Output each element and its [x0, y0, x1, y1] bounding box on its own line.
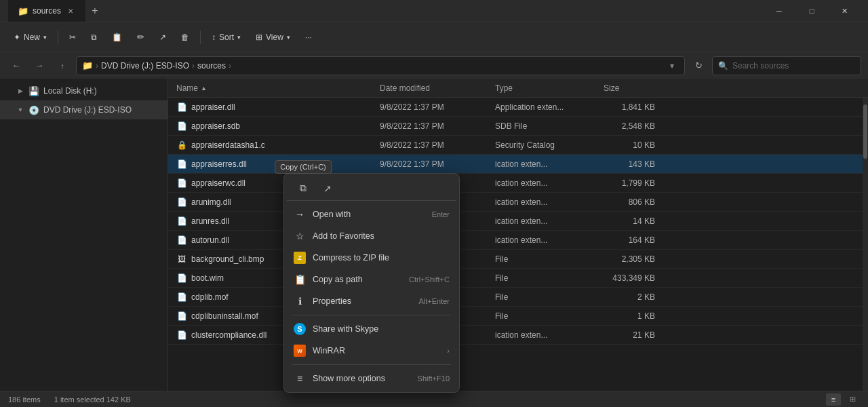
more-options-shortcut: Shift+F10 — [418, 374, 450, 383]
tab-label: sources — [33, 6, 61, 16]
copy-button[interactable]: ⧉ — [84, 26, 104, 48]
table-row[interactable]: 📄 appraiserwc.dll 9/8/2022 1:37 PM icati… — [168, 174, 868, 193]
ctx-share-button[interactable]: ↗ — [317, 179, 338, 198]
search-box[interactable]: 🔍 Search sources — [712, 56, 861, 75]
path-sources-label: sources — [197, 61, 226, 71]
file-icon: 📄 — [176, 102, 187, 113]
col-header-date[interactable]: Date modified — [372, 79, 487, 97]
favorites-label: Add to Favorites — [313, 231, 450, 241]
cut-icon: ✂ — [69, 33, 76, 42]
col-name-sort-icon: ▲ — [201, 85, 207, 92]
col-header-name[interactable]: Name ▲ — [168, 79, 372, 97]
skype-logo: S — [294, 323, 306, 335]
close-button[interactable]: ✕ — [829, 0, 860, 22]
address-path[interactable]: 📁 › DVD Drive (J:) ESD-ISO › sources › ▾ — [76, 56, 685, 75]
table-row[interactable]: 📄 boot.wim 9/8/2022 1:37 PM File 433,349… — [168, 269, 868, 288]
ctx-copy-icon: ⧉ — [300, 182, 307, 194]
ctx-copy-as-path[interactable]: 📋 Copy as path Ctrl+Shift+C — [287, 269, 456, 290]
sort-button[interactable]: ↕ Sort ▾ — [205, 26, 248, 48]
file-type: ication exten... — [487, 178, 595, 188]
grid-view-button[interactable]: ⊞ — [845, 393, 860, 406]
open-with-icon: → — [294, 208, 306, 220]
file-name: appraiserwc.dll — [191, 178, 245, 188]
view-button[interactable]: ⊞ View ▾ — [249, 26, 297, 48]
col-header-type[interactable]: Type — [487, 79, 595, 97]
table-row[interactable]: 📄 arunres.dll 9/8/2022 1:37 PM ication e… — [168, 212, 868, 231]
table-row[interactable]: 📄 appraiser.sdb 9/8/2022 1:37 PM SDB Fil… — [168, 117, 868, 136]
file-name: appraiser.dll — [191, 102, 235, 112]
table-row[interactable]: 📄 arunimg.dll 9/8/2022 1:37 PM ication e… — [168, 193, 868, 212]
ctx-share-skype[interactable]: S Share with Skype — [287, 318, 456, 340]
scrollbar-thumb[interactable] — [863, 104, 867, 159]
ctx-show-more-options[interactable]: ≡ Show more options Shift+F10 — [287, 368, 456, 389]
file-icon: 📄 — [176, 235, 187, 246]
file-date: 9/8/2022 1:37 PM — [372, 140, 487, 150]
sidebar-item-local-disk[interactable]: ▶ 💾 Local Disk (H:) — [0, 81, 167, 100]
dvd-label: DVD Drive (J:) ESD-ISO — [43, 105, 132, 115]
toolbar-separator-1 — [58, 31, 58, 44]
dvd-icon: 💿 — [28, 104, 39, 115]
more-button[interactable]: ··· — [298, 26, 319, 48]
sort-label: Sort — [219, 33, 234, 42]
table-row[interactable]: 📄 autorun.dll 9/8/2022 1:37 PM ication e… — [168, 231, 868, 250]
file-type: ication exten... — [487, 159, 595, 169]
share-button[interactable]: ↗ — [153, 26, 173, 48]
table-row[interactable]: 🔒 appraiserdatasha1.c 9/8/2022 1:37 PM S… — [168, 136, 868, 155]
favorites-icon: ☆ — [294, 230, 306, 242]
file-size: 1 KB — [595, 311, 663, 321]
ctx-properties[interactable]: ℹ Properties Alt+Enter — [287, 290, 456, 312]
view-dropdown-icon: ▾ — [287, 34, 290, 41]
path-sources-segment[interactable]: sources — [197, 61, 226, 71]
file-type: Security Catalog — [487, 140, 595, 150]
file-name: arunimg.dll — [191, 197, 231, 207]
file-size: 21 KB — [595, 330, 663, 340]
table-row[interactable]: 📄 clustercompliance.dll 9/8/2022 1:37 PM… — [168, 326, 868, 345]
col-date-label: Date modified — [380, 83, 430, 93]
forward-button[interactable]: → — [30, 56, 49, 75]
up-button[interactable]: ↑ — [53, 56, 72, 75]
path-dvd-segment[interactable]: DVD Drive (J:) ESD-ISO — [101, 61, 189, 71]
maximize-button[interactable]: □ — [796, 0, 827, 22]
tab-close-button[interactable]: ✕ — [65, 5, 76, 16]
more-icon: ··· — [305, 33, 312, 42]
table-row[interactable]: 📄 cdplibuninstall.mof 9/8/2022 1:37 PM F… — [168, 307, 868, 326]
sidebar-item-dvd[interactable]: ▼ 💿 DVD Drive (J:) ESD-ISO — [0, 100, 167, 119]
path-dropdown-icon[interactable]: ▾ — [665, 59, 679, 73]
new-label: New — [24, 33, 40, 42]
tab-area: 📁 sources ✕ + — [8, 0, 104, 22]
list-view-button[interactable]: ≡ — [826, 393, 841, 406]
back-button[interactable]: ← — [7, 56, 26, 75]
ctx-winrar[interactable]: W WinRAR › — [287, 340, 456, 362]
new-tab-button[interactable]: + — [85, 1, 104, 20]
table-row[interactable]: 📄 appraiserres.dll 9/8/2022 1:37 PM icat… — [168, 155, 868, 174]
more-options-icon: ≡ — [294, 372, 306, 385]
tab-icon: 📁 — [18, 6, 28, 16]
tab-sources[interactable]: 📁 sources ✕ — [8, 0, 85, 22]
minimize-button[interactable]: ─ — [764, 0, 795, 22]
compress-label: Compress to ZIP file — [313, 253, 450, 263]
paste-button[interactable]: 📋 — [105, 26, 129, 48]
rename-button[interactable]: ✏ — [130, 26, 151, 48]
delete-button[interactable]: 🗑 — [174, 26, 196, 48]
table-row[interactable]: 📄 cdplib.mof 9/8/2022 1:37 PM File 2 KB — [168, 288, 868, 307]
file-name: arunres.dll — [191, 216, 229, 226]
scrollbar[interactable] — [863, 98, 868, 391]
ctx-compress-zip[interactable]: Z Compress to ZIP file — [287, 247, 456, 269]
file-type: ication exten... — [487, 216, 595, 226]
winrar-label: WinRAR — [313, 346, 440, 355]
file-name: appraiserdatasha1.c — [191, 140, 265, 150]
ctx-open-with[interactable]: → Open with Enter — [287, 204, 456, 225]
cut-button[interactable]: ✂ — [62, 26, 83, 48]
file-list-header: Name ▲ Date modified Type Size — [168, 79, 868, 98]
new-button[interactable]: ✦ New ▾ — [7, 26, 54, 48]
ctx-add-favorites[interactable]: ☆ Add to Favorites — [287, 225, 456, 247]
table-row[interactable]: 🖼 background_cli.bmp 9/8/2022 1:37 PM Fi… — [168, 250, 868, 269]
winrar-logo: W — [294, 345, 306, 357]
col-header-size[interactable]: Size — [595, 79, 663, 97]
refresh-button[interactable]: ↻ — [689, 56, 708, 75]
file-type: ication exten... — [487, 235, 595, 245]
ctx-copy-button[interactable]: Copy (Ctrl+C) ⧉ — [292, 179, 314, 198]
table-row[interactable]: 📄 appraiser.dll 9/8/2022 1:37 PM Applica… — [168, 98, 868, 117]
file-icon: 📄 — [176, 330, 187, 341]
file-type: ication exten... — [487, 197, 595, 207]
